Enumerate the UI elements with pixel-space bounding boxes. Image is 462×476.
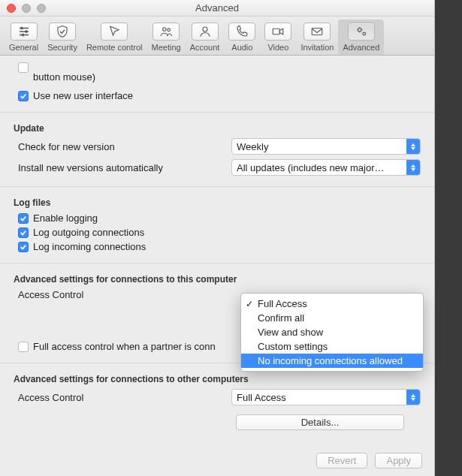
use-new-ui-option[interactable]: Use new user interface	[18, 90, 421, 101]
tab-remote-control[interactable]: Remote control	[82, 20, 147, 55]
window-title: Advanced	[0, 2, 434, 14]
checkbox-icon	[18, 213, 29, 224]
enable-logging-label: Enable logging	[33, 212, 98, 224]
tab-invitation[interactable]: Invitation	[296, 20, 338, 55]
phone-icon	[235, 25, 249, 38]
install-auto-select[interactable]: All updates (includes new major…	[231, 159, 421, 176]
tab-meeting[interactable]: Meeting	[146, 20, 185, 55]
svg-point-4	[168, 29, 171, 32]
truncated-text: button mouse)	[14, 71, 421, 83]
checkbox-icon	[18, 227, 29, 238]
revert-button[interactable]: Revert	[316, 453, 367, 468]
menu-item-confirm-all[interactable]: Confirm all	[241, 311, 423, 325]
chevron-updown-icon	[406, 390, 420, 405]
svg-point-9	[363, 32, 366, 35]
tab-general[interactable]: General	[5, 20, 43, 55]
adv-this-heading: Advanced settings for connections to thi…	[14, 274, 421, 285]
svg-point-0	[20, 27, 23, 29]
shield-icon	[56, 25, 69, 38]
access-control-other-label: Access Control	[14, 392, 231, 403]
use-new-ui-label: Use new user interface	[33, 90, 133, 101]
access-control-other-value: Full Access	[237, 392, 286, 403]
log-outgoing-label: Log outgoing connections	[33, 227, 144, 238]
tab-video[interactable]: Video	[260, 20, 296, 55]
sliders-icon	[17, 25, 31, 38]
titlebar: Advanced	[0, 0, 434, 17]
apply-button[interactable]: Apply	[375, 453, 422, 468]
access-control-this-label: Access Control	[14, 289, 231, 300]
tab-advanced[interactable]: Advanced	[338, 20, 384, 55]
svg-rect-6	[273, 29, 280, 35]
chevron-updown-icon	[406, 160, 420, 175]
menu-item-full-access[interactable]: ✓ Full Access	[241, 297, 423, 311]
install-auto-label: Install new versions automatically	[14, 162, 231, 173]
menu-item-no-incoming[interactable]: No incoming connections allowed	[241, 354, 423, 368]
log-outgoing-option[interactable]: Log outgoing connections	[18, 227, 421, 238]
people-icon	[159, 25, 173, 38]
menu-item-custom-settings[interactable]: Custom settings	[241, 339, 423, 354]
footer: Revert Apply	[0, 445, 434, 476]
update-heading: Update	[14, 123, 421, 134]
checkbox-icon	[18, 342, 29, 352]
log-incoming-option[interactable]: Log incoming connections	[18, 241, 421, 252]
check-version-value: Weekly	[237, 141, 268, 152]
enable-logging-option[interactable]: Enable logging	[18, 212, 421, 224]
svg-rect-7	[313, 29, 323, 35]
preferences-window: Advanced General Security Remote control…	[0, 0, 435, 476]
gears-icon	[355, 25, 368, 38]
adv-other-heading: Advanced settings for connections to oth…	[14, 374, 421, 384]
content-area: x button mouse) Use new user interface U…	[0, 56, 434, 476]
access-control-other-select[interactable]: Full Access	[231, 389, 421, 405]
check-version-label: Check for new version	[14, 141, 231, 152]
chevron-updown-icon	[406, 139, 420, 154]
svg-point-3	[163, 28, 167, 32]
checkmark-icon: ✓	[246, 299, 253, 309]
checkbox-icon[interactable]	[18, 62, 29, 73]
cursor-icon	[107, 25, 121, 38]
log-incoming-label: Log incoming connections	[33, 241, 146, 252]
person-icon	[198, 25, 212, 38]
check-version-select[interactable]: Weekly	[231, 138, 421, 155]
tab-audio[interactable]: Audio	[224, 20, 260, 55]
envelope-icon	[310, 25, 324, 38]
log-heading: Log files	[14, 197, 421, 208]
tab-account[interactable]: Account	[186, 20, 225, 55]
install-auto-value: All updates (includes new major…	[237, 162, 385, 173]
access-control-menu[interactable]: ✓ Full Access Confirm all View and show …	[240, 293, 424, 372]
svg-point-2	[22, 34, 24, 36]
tab-security[interactable]: Security	[43, 20, 82, 55]
details-button[interactable]: Details...	[236, 414, 404, 430]
checkbox-icon	[18, 91, 29, 101]
menu-item-view-and-show[interactable]: View and show	[241, 325, 423, 339]
svg-point-5	[203, 27, 207, 32]
toolbar: General Security Remote control Meeting …	[0, 17, 434, 56]
svg-point-1	[25, 31, 27, 33]
full-access-partner-label: Full access control when a partner is co…	[33, 341, 216, 352]
checkbox-icon	[18, 242, 29, 252]
video-icon	[271, 25, 285, 38]
